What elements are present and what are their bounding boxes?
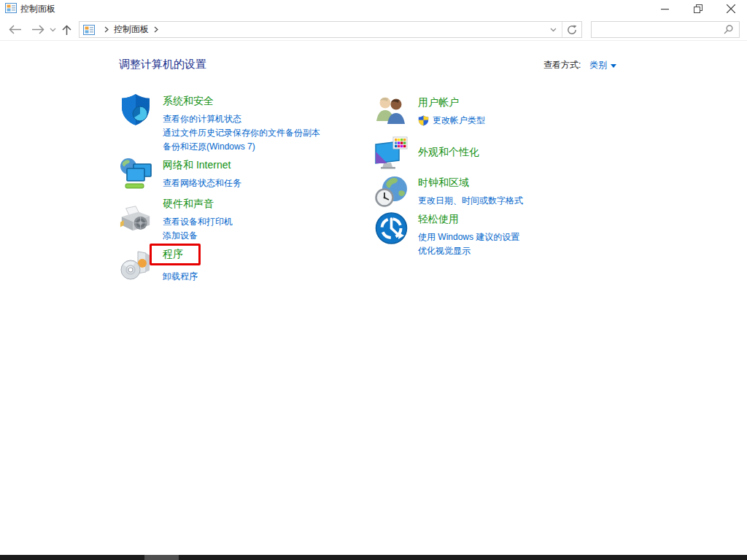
category-title-system-security[interactable]: 系统和安全 bbox=[163, 95, 214, 108]
taskbar-active-button[interactable] bbox=[144, 555, 179, 560]
breadcrumb-chevron-icon[interactable] bbox=[154, 26, 158, 33]
dropdown-arrow-icon[interactable] bbox=[611, 64, 616, 68]
up-button[interactable] bbox=[62, 25, 71, 36]
task-link[interactable]: 优化视觉显示 bbox=[418, 244, 519, 258]
category-title-ease-of-access[interactable]: 轻松使用 bbox=[418, 213, 459, 226]
restore-button[interactable] bbox=[681, 0, 714, 18]
search-box bbox=[591, 21, 740, 38]
highlight-annotation-box bbox=[150, 244, 201, 265]
task-link[interactable]: 查看设备和打印机 bbox=[163, 215, 233, 229]
back-button[interactable] bbox=[9, 25, 22, 34]
category-ease-of-access: 轻松使用 使用 Windows 建议的设置 优化视觉显示 bbox=[374, 211, 637, 258]
view-by-value-link[interactable]: 类别 bbox=[589, 59, 607, 71]
task-link[interactable]: 查看你的计算机状态 bbox=[163, 112, 320, 126]
category-title-user-accounts[interactable]: 用户帐户 bbox=[418, 96, 459, 109]
breadcrumb-control-panel[interactable]: 控制面板 bbox=[114, 23, 149, 36]
user-accounts-icon[interactable] bbox=[374, 95, 408, 128]
view-by-control: 查看方式: 类别 bbox=[543, 59, 616, 71]
category-hardware-sound: 硬件和声音 查看设备和打印机 添加设备 bbox=[119, 196, 382, 243]
refresh-icon[interactable] bbox=[562, 22, 581, 37]
task-link[interactable]: 更改帐户类型 bbox=[433, 114, 485, 128]
network-icon[interactable] bbox=[119, 158, 152, 190]
control-panel-icon bbox=[83, 25, 95, 35]
category-title-appearance[interactable]: 外观和个性化 bbox=[418, 146, 479, 159]
search-icon[interactable] bbox=[724, 25, 733, 34]
task-link[interactable]: 备份和还原(Windows 7) bbox=[163, 140, 320, 154]
recent-pages-chevron-icon[interactable] bbox=[50, 28, 56, 32]
control-panel-icon bbox=[5, 3, 17, 16]
category-title-network-internet[interactable]: 网络和 Internet bbox=[163, 159, 231, 172]
ease-of-access-icon[interactable] bbox=[374, 211, 408, 258]
window-title: 控制面板 bbox=[20, 3, 55, 15]
taskbar bbox=[0, 555, 747, 560]
clock-region-icon[interactable] bbox=[374, 175, 408, 208]
breadcrumb-chevron-icon[interactable] bbox=[104, 26, 109, 33]
category-title-clock-region[interactable]: 时钟和区域 bbox=[418, 176, 469, 190]
minimize-button[interactable] bbox=[649, 0, 681, 18]
address-dropdown-chevron-icon[interactable] bbox=[544, 22, 562, 37]
task-link[interactable]: 使用 Windows 建议的设置 bbox=[418, 230, 519, 244]
view-by-label: 查看方式: bbox=[543, 59, 581, 71]
category-system-security: 系统和安全 查看你的计算机状态 通过文件历史记录保存你的文件备份副本 备份和还原… bbox=[119, 93, 382, 154]
task-link[interactable]: 通过文件历史记录保存你的文件备份副本 bbox=[163, 126, 320, 140]
category-user-accounts: 用户帐户 更改帐户类型 bbox=[374, 95, 637, 128]
page-title: 调整计算机的设置 bbox=[119, 58, 206, 71]
task-link[interactable]: 查看网络状态和任务 bbox=[163, 176, 241, 190]
appearance-icon[interactable] bbox=[374, 136, 408, 169]
security-shield-icon[interactable] bbox=[119, 93, 152, 154]
navigation-bar: 控制面板 bbox=[0, 19, 747, 41]
task-link[interactable]: 添加设备 bbox=[163, 229, 233, 243]
category-clock-region: 时钟和区域 更改日期、时间或数字格式 bbox=[374, 175, 637, 208]
programs-icon[interactable] bbox=[119, 246, 152, 284]
title-bar: 控制面板 bbox=[0, 0, 747, 18]
task-link[interactable]: 更改日期、时间或数字格式 bbox=[418, 194, 523, 208]
uac-shield-icon bbox=[418, 115, 429, 126]
category-title-hardware-sound[interactable]: 硬件和声音 bbox=[163, 198, 214, 211]
category-network-internet: 网络和 Internet 查看网络状态和任务 bbox=[119, 158, 382, 190]
search-input[interactable] bbox=[592, 22, 724, 37]
printer-icon[interactable] bbox=[119, 196, 152, 243]
task-link[interactable]: 卸载程序 bbox=[163, 270, 198, 284]
forward-button[interactable] bbox=[31, 25, 44, 34]
address-bar[interactable]: 控制面板 bbox=[79, 21, 582, 38]
close-button[interactable] bbox=[714, 0, 747, 18]
category-appearance-personalization: 外观和个性化 bbox=[374, 136, 637, 169]
